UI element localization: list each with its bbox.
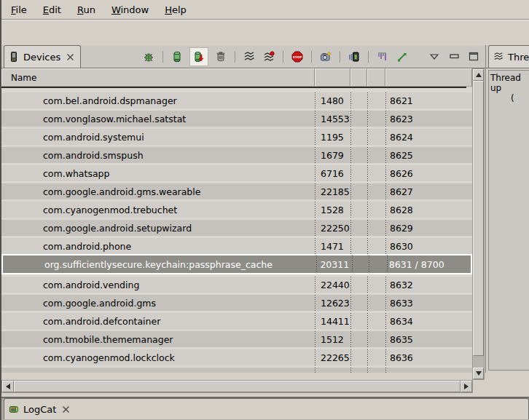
scroll-right-button[interactable] [461,381,472,392]
scroll-right-icon [464,384,469,389]
column-header-name[interactable]: Name [1,68,315,87]
systrace-bars-icon [377,51,388,63]
tab-threads[interactable]: Threads [488,45,529,68]
maximize-button[interactable] [466,49,481,65]
pid-cell: 6716 [315,168,350,179]
process-name-cell: com.google.android.gms [1,298,315,309]
update-threads-button[interactable] [242,49,256,65]
minimize-icon [450,54,459,59]
debug-process-icon [143,51,154,63]
port-cell: 8636 [385,352,472,363]
table-row-inner: org.sufficientlysecure.keychain:passphra… [1,254,472,274]
table-row[interactable]: com.vonglasow.michael.satstat145538623 [1,108,472,127]
horizontal-scroll-thumb[interactable] [14,381,461,392]
menu-help[interactable]: Help [157,1,195,18]
opengl-trace-arrow-icon [396,51,408,63]
toolbar-separator [283,51,283,63]
stop-process-icon: STOP [291,51,303,63]
table-row-inner: com.android.smspush16798625 [1,147,472,163]
table-row[interactable]: com.android.smspush16798625 [1,145,472,163]
close-icon[interactable] [62,405,70,413]
tab-threads-label: Threads [508,52,529,63]
table-row-inner: com.cyanogenmod.trebuchet15288628 [1,202,472,218]
menu-file[interactable]: File [3,1,35,18]
process-name-cell: com.android.defcontainer [1,316,315,327]
column-header-port[interactable] [385,68,472,87]
scroll-down-icon [476,371,482,376]
minimize-button[interactable] [447,49,461,65]
toolbar-separator [368,51,369,63]
table-row[interactable]: com.android.phone14718630 [1,236,472,254]
stop-process-button[interactable]: STOP [290,49,305,65]
process-name-cell: com.google.android.setupwizard [1,223,315,234]
table-row[interactable]: com.bel.android.dspmanager14808621 [1,90,472,108]
table-row[interactable]: com.android.defcontainer144118634 [1,311,472,329]
pid-cell: 22265 [315,352,350,363]
pid-cell: 964 [315,371,350,373]
menu-edit[interactable]: Edit [35,1,69,18]
table-row-inner: com.cyanogenmod.lockclock222658636 [1,349,472,365]
menu-run[interactable]: Run [69,1,103,18]
device-table: Name com.bel.android.dspmanager14808621c… [1,68,485,373]
tab-devices[interactable]: Devices [4,45,81,68]
port-cell: 8631 / 8700 [385,259,471,270]
screen-capture-button[interactable] [318,49,333,65]
column-header-pid[interactable] [315,68,350,87]
table-row[interactable]: com.cyanogenmod.trebuchet15288628 [1,199,472,218]
close-icon[interactable] [66,53,74,61]
cause-gc-trash-icon [215,51,227,63]
table-row-inner: com.android.phone14718630 [1,238,472,254]
cause-gc-button[interactable] [213,49,228,65]
port-cell: 8625 [385,150,472,161]
process-name-cell: com.android.smspush [1,150,315,161]
table-row[interactable]: com.google.android.gms126238633 [1,293,472,311]
systrace-bars-button[interactable] [375,49,390,65]
scroll-up-button[interactable] [473,69,484,81]
capture-device-screen-icon [348,51,360,63]
devices-tabbar: Devices [1,45,485,68]
update-threads-icon [243,51,255,63]
view-menu-button[interactable] [427,49,442,65]
port-cell: 8624 [385,132,472,143]
table-row-inner: com.tmobile.thememanager15128635 [1,331,472,347]
pid-cell: 20311 [314,259,350,270]
tab-logcat[interactable]: LogCat [4,398,529,419]
debug-process-button[interactable] [141,49,156,65]
devices-toolbar: STOP [141,45,481,68]
table-row[interactable]: system_process9648637 [1,365,472,373]
update-heap-button[interactable] [170,49,184,65]
column-header-blank2[interactable] [367,68,385,87]
port-cell: 8630 [385,241,472,252]
table-row-inner: com.google.android.gms.wearable221858627 [1,183,472,199]
scroll-left-button[interactable] [2,381,14,392]
table-row[interactable]: com.whatsapp67168626 [1,163,472,181]
menu-window[interactable]: Window [103,1,157,18]
pid-cell: 1679 [315,150,350,161]
table-row[interactable]: org.sufficientlysecure.keychain:passphra… [1,254,472,274]
table-row-inner: com.bel.android.dspmanager14808621 [1,92,472,108]
pid-cell: 1471 [315,241,350,252]
phone-icon [9,52,19,62]
table-row[interactable]: com.google.android.gms.wearable221858627 [1,181,472,199]
table-row[interactable]: com.android.systemui11958624 [1,127,472,145]
dump-hprof-button[interactable] [189,47,208,66]
table-row-inner: com.google.android.gms126238633 [1,295,472,311]
table-row[interactable]: com.android.vending224408632 [1,274,472,293]
column-header-blank1[interactable] [350,68,367,87]
process-name-cell: system_process [1,371,315,373]
capture-device-screen-button[interactable] [347,49,361,65]
table-row[interactable]: com.google.android.setupwizard222508629 [1,218,472,236]
table-row-inner: system_process9648637 [1,368,472,373]
vertical-scroll-thumb[interactable] [473,81,484,356]
vertical-scrollbar[interactable] [472,68,485,380]
logcat-icon [9,404,19,414]
horizontal-scrollbar[interactable] [1,380,473,393]
method-profiling-button[interactable] [262,49,276,65]
main-toolbar-empty [1,20,529,45]
opengl-trace-button[interactable] [395,49,410,65]
table-row[interactable]: com.cyanogenmod.lockclock222658636 [1,347,472,365]
scroll-down-button[interactable] [473,368,484,379]
port-cell: 8635 [385,334,472,345]
table-row[interactable]: com.tmobile.thememanager15128635 [1,329,472,347]
screen-capture-icon [320,51,332,63]
